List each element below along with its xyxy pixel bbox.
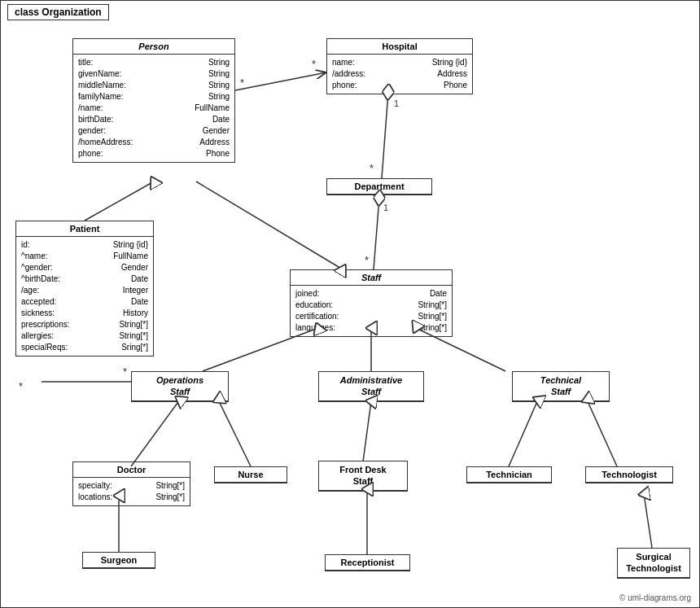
hospital-class: Hospital name:String {id} /address:Addre… [326, 38, 473, 94]
svg-line-23 [587, 400, 617, 466]
svg-line-10 [235, 72, 326, 90]
nurse-class: Nurse [214, 466, 287, 483]
operations-staff-class: OperationsStaff [131, 371, 229, 402]
svg-line-3 [196, 182, 343, 269]
receptionist-class: Receptionist [325, 554, 410, 571]
patient-class-name: Patient [16, 221, 153, 237]
technologist-class: Technologist [585, 466, 673, 483]
copyright: © uml-diagrams.org [619, 593, 691, 602]
nurse-class-name: Nurse [215, 467, 287, 483]
department-class-name: Department [327, 179, 431, 195]
operations-staff-class-name: OperationsStaff [132, 372, 228, 401]
svg-text:1: 1 [383, 203, 388, 212]
technician-class-name: Technician [467, 467, 551, 483]
doctor-class-name: Doctor [73, 462, 190, 478]
administrative-staff-class-name: AdministrativeStaff [319, 372, 423, 401]
svg-text:*: * [19, 380, 23, 392]
hospital-class-name: Hospital [327, 39, 472, 55]
person-class-name: Person [73, 39, 234, 55]
surgical-technologist-class-name: SurgicalTechnologist [618, 549, 689, 578]
surgeon-class-name: Surgeon [83, 553, 155, 568]
diagram-title: class Organization [7, 4, 109, 20]
svg-line-21 [363, 401, 371, 461]
doctor-class-attrs: specialty:String[*] locations:String[*] [73, 478, 190, 505]
technical-staff-class: TechnicalStaff [512, 371, 610, 402]
svg-line-22 [509, 400, 538, 466]
svg-line-4 [382, 92, 388, 178]
surgical-technologist-class: SurgicalTechnologist [617, 548, 690, 579]
svg-text:*: * [123, 365, 127, 378]
technical-staff-class-name: TechnicalStaff [513, 372, 609, 401]
svg-text:*: * [240, 77, 244, 89]
svg-text:*: * [312, 58, 316, 70]
svg-line-26 [644, 494, 652, 548]
svg-text:*: * [370, 162, 374, 174]
person-class-attrs: title:String givenName:String middleName… [73, 55, 234, 162]
svg-line-19 [131, 400, 180, 466]
staff-class-name: Staff [291, 270, 452, 286]
receptionist-class-name: Receptionist [326, 555, 409, 571]
person-class: Person title:String givenName:String mid… [72, 38, 235, 163]
diagram-container: class Organization Person title:String g… [0, 0, 700, 608]
front-desk-staff-class-name: Front DeskStaff [319, 461, 407, 491]
front-desk-staff-class: Front DeskStaff [318, 461, 408, 492]
surgeon-class: Surgeon [82, 552, 155, 569]
technologist-class-name: Technologist [586, 467, 672, 483]
svg-line-20 [218, 400, 251, 466]
technician-class: Technician [466, 466, 552, 483]
staff-class-attrs: joined:Date education:String[*] certific… [291, 286, 452, 336]
doctor-class: Doctor specialty:String[*] locations:Str… [72, 461, 190, 506]
department-class: Department [326, 178, 432, 195]
svg-text:*: * [365, 254, 369, 266]
svg-line-2 [85, 182, 154, 221]
svg-text:1: 1 [394, 98, 399, 108]
svg-line-7 [374, 198, 379, 269]
administrative-staff-class: AdministrativeStaff [318, 371, 424, 402]
hospital-class-attrs: name:String {id} /address:Address phone:… [327, 55, 472, 94]
patient-class: Patient id:String {id} ^name:FullName ^g… [15, 221, 154, 356]
patient-class-attrs: id:String {id} ^name:FullName ^gender:Ge… [16, 237, 153, 356]
staff-class: Staff joined:Date education:String[*] ce… [290, 269, 453, 337]
